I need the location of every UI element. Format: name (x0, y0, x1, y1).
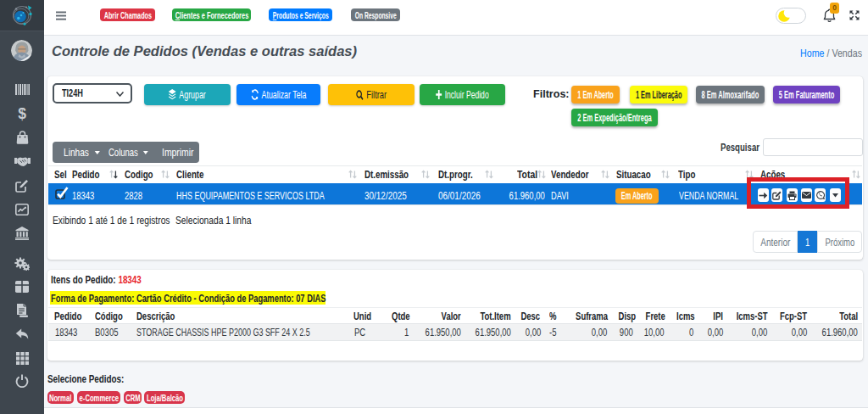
svg-text:$: $ (18, 106, 26, 121)
